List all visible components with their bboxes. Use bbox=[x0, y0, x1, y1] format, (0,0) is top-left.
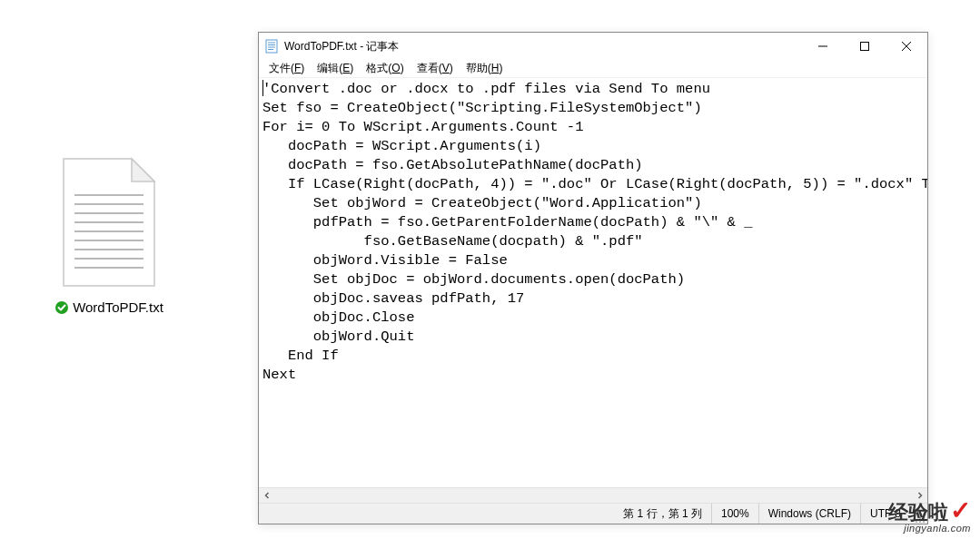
titlebar[interactable]: WordToPDF.txt - 记事本 bbox=[259, 33, 927, 60]
menu-help[interactable]: 帮助(H) bbox=[460, 59, 509, 78]
scrollbar-track[interactable] bbox=[274, 488, 912, 504]
menu-file[interactable]: 文件(F) bbox=[263, 59, 310, 78]
watermark: 经验啦 ✓ jingyanla.com bbox=[888, 498, 971, 534]
editor-textarea[interactable]: 'Convert .doc or .docx to .pdf files via… bbox=[259, 78, 927, 487]
horizontal-scrollbar[interactable] bbox=[259, 487, 927, 503]
svg-rect-10 bbox=[266, 40, 277, 53]
text-file-icon bbox=[54, 154, 163, 290]
status-zoom: 100% bbox=[711, 504, 758, 524]
maximize-button[interactable] bbox=[844, 33, 886, 60]
svg-rect-16 bbox=[861, 43, 869, 51]
desktop-file-name: WordToPDF.txt bbox=[73, 299, 163, 315]
statusbar: 第 1 行，第 1 列 100% Windows (CRLF) UTF-8 bbox=[259, 503, 927, 524]
menu-edit[interactable]: 编辑(E) bbox=[312, 59, 359, 78]
menu-view[interactable]: 查看(V) bbox=[411, 59, 459, 78]
minimize-button[interactable] bbox=[802, 33, 844, 60]
watermark-text: 经验啦 bbox=[888, 503, 948, 523]
desktop-file[interactable]: WordToPDF.txt bbox=[27, 154, 191, 315]
menu-format[interactable]: 格式(O) bbox=[361, 59, 409, 78]
desktop-file-label: WordToPDF.txt bbox=[27, 299, 191, 315]
status-position: 第 1 行，第 1 列 bbox=[614, 504, 711, 524]
notepad-app-icon bbox=[264, 39, 279, 54]
menubar: 文件(F) 编辑(E) 格式(O) 查看(V) 帮助(H) bbox=[259, 60, 927, 78]
status-line-ending: Windows (CRLF) bbox=[758, 504, 860, 524]
scroll-left-button[interactable] bbox=[259, 488, 274, 504]
sync-check-icon bbox=[54, 300, 69, 315]
notepad-window: WordToPDF.txt - 记事本 文件(F) 编辑(E) 格式(O) 查看… bbox=[258, 32, 928, 524]
close-button[interactable] bbox=[886, 33, 927, 60]
watermark-check-icon: ✓ bbox=[950, 498, 971, 524]
window-title: WordToPDF.txt - 记事本 bbox=[284, 39, 802, 54]
watermark-url: jingyanla.com bbox=[888, 524, 971, 534]
